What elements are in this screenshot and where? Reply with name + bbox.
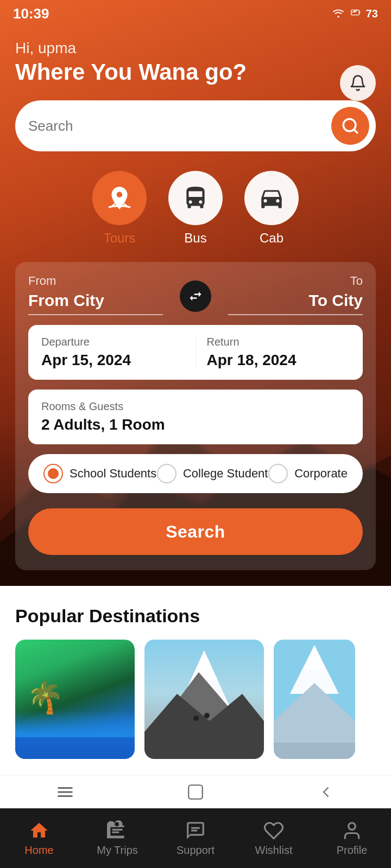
wifi-icon (331, 7, 345, 21)
status-icons: 73 (331, 7, 378, 21)
svg-point-14 (193, 716, 199, 721)
nav-mytrips[interactable]: My Trips (78, 820, 156, 857)
return-section[interactable]: Return Apr 18, 2024 (196, 336, 350, 369)
status-time: 10:39 (13, 5, 49, 22)
search-button[interactable] (331, 107, 369, 145)
palm-tree-icon: 🌴 (26, 682, 64, 713)
from-label: From (28, 274, 163, 288)
return-label: Return (207, 336, 350, 348)
radio-college[interactable]: College Student (157, 464, 268, 483)
bus-label: Bus (184, 231, 206, 246)
to-city-input[interactable]: To City (228, 291, 363, 315)
svg-rect-20 (274, 743, 355, 759)
to-section[interactable]: To To City (195, 274, 363, 315)
radio-college-label: College Student (183, 467, 268, 481)
android-home-button[interactable] (184, 780, 207, 804)
from-to-row: From From City To To City (28, 274, 363, 315)
notification-button[interactable] (340, 65, 376, 101)
tours-label: Tours (104, 231, 136, 246)
main-search-button[interactable]: Search (28, 508, 363, 555)
return-date: Apr 18, 2024 (207, 352, 350, 369)
radio-school-label: School Students (70, 467, 156, 481)
search-form: From From City To To City Departure (15, 262, 376, 570)
rooms-label: Rooms & Guests (41, 400, 350, 413)
svg-rect-22 (112, 828, 123, 830)
nav-home-label: Home (24, 844, 53, 857)
nav-home[interactable]: Home (0, 820, 78, 857)
rooms-card[interactable]: Rooms & Guests 2 Adults, 1 Room (28, 390, 363, 444)
destination-mountain[interactable] (144, 640, 264, 759)
radio-corporate-circle (268, 464, 288, 483)
svg-point-26 (349, 822, 356, 829)
bottom-nav: Home My Trips Support Wishlist Profile (0, 808, 391, 868)
popular-destinations-title: Popular Destinations (15, 605, 376, 627)
destinations-row: 🌴 (15, 640, 376, 764)
search-input[interactable] (28, 118, 325, 135)
svg-point-15 (204, 713, 210, 718)
hero-content: Hi, upma Where You Wana go? (0, 30, 391, 570)
nav-profile-label: Profile (337, 844, 368, 857)
radio-college-circle (157, 464, 176, 483)
nav-support[interactable]: Support (156, 820, 235, 857)
departure-date: Apr 15, 2024 (41, 352, 185, 369)
android-back-button[interactable] (314, 780, 338, 804)
greeting-text: Hi, upma (15, 40, 376, 57)
nav-profile[interactable]: Profile (313, 820, 391, 857)
mountain-svg (144, 640, 264, 759)
status-bar: 10:39 73 (0, 0, 391, 27)
destination-beach[interactable]: 🌴 (15, 640, 135, 759)
svg-rect-24 (191, 827, 200, 828)
hero-section: Hi, upma Where You Wana go? (0, 0, 391, 586)
bus-icon-circle (168, 171, 223, 225)
search-bar[interactable] (15, 100, 376, 151)
svg-rect-23 (112, 831, 119, 833)
date-card[interactable]: Departure Apr 15, 2024 Return Apr 18, 20… (28, 325, 363, 380)
departure-label: Departure (41, 336, 185, 348)
category-tabs: Tours Bus Cab (15, 171, 376, 246)
radio-school[interactable]: School Students (43, 464, 156, 483)
popular-destinations-section: Popular Destinations 🌴 (0, 586, 391, 775)
snow-svg (274, 640, 355, 759)
radio-corporate[interactable]: Corporate (268, 464, 348, 483)
destination-snow[interactable] (274, 640, 355, 759)
svg-rect-25 (191, 829, 197, 831)
svg-line-8 (354, 130, 357, 133)
battery-icon: 73 (366, 8, 378, 20)
android-menu-button[interactable] (53, 780, 77, 804)
departure-section[interactable]: Departure Apr 15, 2024 (41, 336, 196, 369)
to-label: To (228, 274, 363, 288)
svg-rect-1 (359, 11, 360, 14)
radio-group: School Students College Student Corporat… (28, 454, 363, 493)
nav-support-label: Support (176, 844, 215, 857)
charging-icon (350, 7, 362, 21)
tours-icon-circle (92, 171, 147, 225)
rooms-value: 2 Adults, 1 Room (41, 416, 350, 433)
radio-school-circle (43, 464, 63, 483)
cab-icon-circle (244, 171, 299, 225)
from-section[interactable]: From From City (28, 274, 195, 315)
nav-wishlist-label: Wishlist (255, 844, 293, 857)
radio-corporate-label: Corporate (294, 467, 348, 481)
from-city-input[interactable]: From City (28, 291, 163, 315)
radio-school-inner (48, 468, 59, 479)
tagline-text: Where You Wana go? (15, 59, 376, 85)
cab-label: Cab (260, 231, 283, 246)
nav-mytrips-label: My Trips (97, 844, 138, 857)
tab-cab[interactable]: Cab (244, 171, 299, 246)
android-nav-bar (0, 776, 391, 808)
tab-bus[interactable]: Bus (168, 171, 223, 246)
tab-tours[interactable]: Tours (92, 171, 147, 246)
swap-button[interactable] (180, 280, 211, 312)
svg-rect-21 (188, 785, 203, 799)
nav-wishlist[interactable]: Wishlist (235, 820, 313, 857)
